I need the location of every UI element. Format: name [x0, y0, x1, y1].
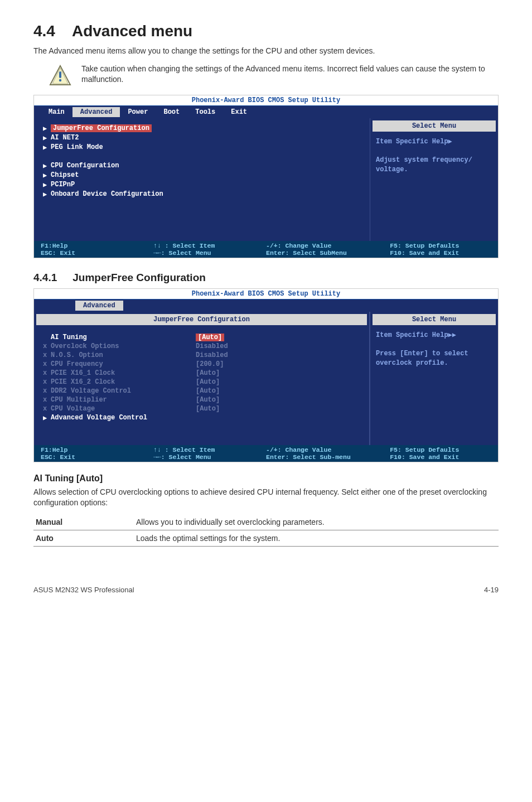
- bios-help-panel: Select Menu Item Specific Help▶ Adjust s…: [370, 118, 498, 241]
- page-footer: ASUS M2N32 WS Professional 4-19: [33, 586, 499, 594]
- help-line: Item Specific Help▶: [376, 137, 492, 147]
- bios-menu-label: JumperFree Configuration: [51, 124, 152, 132]
- row-marker: x: [43, 342, 51, 350]
- triangle-right-icon: ▶: [43, 143, 51, 152]
- config-value: [Auto]: [196, 369, 220, 377]
- triangle-right-icon: ▶: [43, 134, 51, 142]
- config-label: Advanced Voltage Control: [51, 414, 196, 422]
- config-label: N.O.S. Option: [51, 351, 196, 359]
- bios-menu-item: ▶Chipset: [43, 171, 361, 180]
- config-label: PCIE X16_2 Clock: [51, 378, 196, 386]
- row-marker: x: [43, 405, 51, 413]
- section-intro: The Advanced menu items allow you to cha…: [33, 46, 499, 57]
- option-key: Auto: [33, 530, 134, 546]
- footer-defaults: F5: Setup Defaults: [390, 242, 491, 249]
- config-value: [Auto]: [196, 387, 220, 395]
- config-label: CPU Frequency: [51, 360, 196, 368]
- row-marker: x: [43, 351, 51, 359]
- bios-config-row: xPCIE X16_2 Clock[Auto]: [43, 378, 360, 386]
- bios-config-row: xCPU Multiplier[Auto]: [43, 395, 360, 404]
- tab-boot: Boot: [156, 107, 187, 117]
- row-marker: x: [43, 378, 51, 386]
- table-row: AutoLoads the optimal settings for the s…: [33, 530, 499, 546]
- footer-save-exit: F10: Save and Exit: [390, 453, 491, 461]
- footer-defaults: F5: Setup Defaults: [390, 446, 491, 453]
- help-line: [376, 340, 492, 349]
- footer-save-exit: F10: Save and Exit: [390, 249, 491, 257]
- bios-config-row: xN.O.S. OptionDisabled: [43, 351, 360, 360]
- config-label: CPU Multiplier: [51, 396, 196, 404]
- bios-help-header: Select Menu: [373, 314, 496, 325]
- section-number: 4.4: [33, 22, 55, 40]
- triangle-right-icon: ▶: [43, 162, 51, 170]
- config-label: PCIE X16_1 Clock: [51, 369, 196, 377]
- help-line: [376, 146, 492, 156]
- triangle-right-icon: ▶: [43, 124, 51, 133]
- config-value: [Auto]: [196, 334, 224, 341]
- config-label: Overclock Options: [51, 342, 196, 350]
- table-row: ManualAllows you to individually set ove…: [33, 514, 499, 530]
- config-label: CPU Voltage: [51, 405, 196, 413]
- help-line: Press [Enter] to select: [376, 349, 492, 359]
- svg-rect-2: [59, 71, 61, 78]
- bios-menu-item: ▶Onboard Device Configuration: [43, 190, 361, 199]
- tab-tools: Tools: [187, 107, 223, 117]
- row-marker: x: [43, 369, 51, 377]
- panel-header: JumperFree Configuration: [36, 314, 367, 325]
- bios-menu-label: Chipset: [51, 171, 79, 179]
- bios-config-row: xOverclock OptionsDisabled: [43, 342, 360, 351]
- footer-page-number: 4-19: [484, 586, 499, 594]
- option-desc: Loads the optimal settings for the syste…: [134, 530, 499, 546]
- option-key: Manual: [33, 514, 134, 530]
- bios-config-row: ▶Advanced Voltage Control: [43, 413, 360, 423]
- footer-select-menu: →←: Select Menu: [153, 249, 266, 257]
- tab-main: Main: [41, 107, 72, 117]
- caution-icon: [49, 65, 71, 87]
- tab-advanced: Advanced: [75, 301, 123, 311]
- tab-power: Power: [120, 107, 156, 117]
- subsection-title: 4.4.1JumperFree Configuration: [33, 272, 499, 284]
- bios-config-row: xCPU Frequency[200.0]: [43, 360, 360, 369]
- bios-menu-item: ▶AI NET2: [43, 133, 361, 143]
- footer-help: F1:Help: [41, 446, 153, 453]
- item-description: Allows selection of CPU overclocking opt…: [33, 487, 499, 509]
- bios-menu-label: Onboard Device Configuration: [51, 190, 163, 198]
- bios-menubar: Advanced: [34, 299, 498, 312]
- triangle-right-icon: ▶: [43, 171, 51, 180]
- config-value: [Auto]: [196, 378, 220, 386]
- bios-help-panel: Select Menu Item Specific Help▶▶ Press […: [370, 312, 498, 445]
- subsection-number: 4.4.1: [33, 272, 57, 284]
- bios-menu-item: ▶PEG Link Mode: [43, 143, 361, 152]
- help-line: Adjust system frequency/: [376, 156, 492, 165]
- help-line: voltage.: [376, 165, 492, 175]
- bios-menu-item: ▶CPU Configuration: [43, 161, 361, 171]
- footer-exit: ESC: Exit: [41, 249, 153, 257]
- footer-change-value: -/+: Change Value: [266, 242, 390, 249]
- footer-select-item: ↑↓ : Select Item: [153, 242, 266, 249]
- bios-config-row: xDDR2 Voltage Control[Auto]: [43, 386, 360, 395]
- bios-menu-item: ▶JumperFree Configuration: [43, 124, 361, 133]
- caution-text: Take caution when changing the settings …: [81, 64, 499, 85]
- section-title: 4.4Advanced menu: [33, 22, 499, 40]
- bios-help-body: Item Specific Help▶ Adjust system freque…: [370, 134, 498, 178]
- footer-help: F1:Help: [41, 242, 153, 249]
- svg-point-3: [59, 79, 61, 81]
- caution-callout: Take caution when changing the settings …: [33, 64, 499, 87]
- bios-menu-label: PEG Link Mode: [51, 143, 103, 151]
- help-line: overclock profile.: [376, 359, 492, 368]
- triangle-right-icon: ▶: [43, 181, 51, 189]
- bios-title: Phoenix-Award BIOS CMOS Setup Utility: [34, 95, 498, 106]
- bios-help-header: Select Menu: [373, 120, 496, 132]
- subsection-title-text: JumperFree Configuration: [72, 272, 206, 283]
- bios-menubar: MainAdvancedPowerBootToolsExit: [34, 106, 498, 118]
- row-marker: x: [43, 360, 51, 368]
- config-label: AI Tuning: [51, 334, 196, 341]
- row-marker: x: [43, 396, 51, 404]
- bios-main-panel: ▶JumperFree Configuration▶AI NET2▶PEG Li…: [34, 118, 370, 241]
- bios-footer: F1:Help ESC: Exit ↑↓ : Select Item →←: S…: [34, 241, 498, 258]
- footer-select-menu: →←: Select Menu: [153, 453, 266, 461]
- bios-menu-label: CPU Configuration: [51, 162, 119, 170]
- bios-main-panel: AI Tuning[Auto]xOverclock OptionsDisable…: [34, 327, 369, 445]
- bios-config-row: xPCIE X16_1 Clock[Auto]: [43, 369, 360, 378]
- bios-menu-label: PCIPnP: [51, 181, 75, 189]
